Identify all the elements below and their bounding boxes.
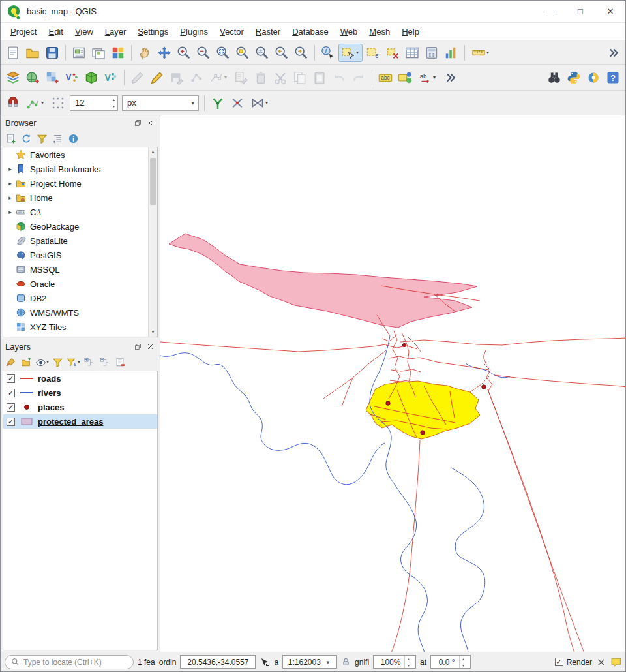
redo-icon[interactable] [350, 69, 368, 87]
toolbar-overflow-icon[interactable] [441, 69, 459, 87]
python-console-icon[interactable] [565, 69, 583, 87]
enable-snapping-icon[interactable] [4, 94, 22, 112]
snapping-tolerance-spinbox-arrows[interactable]: ▴▾ [110, 96, 117, 110]
save-project-icon[interactable] [43, 44, 61, 62]
layer-row-places[interactable]: ✓places [3, 400, 157, 414]
zoom-to-selection-icon[interactable] [233, 44, 252, 62]
layer-labeling-icon[interactable]: abc [376, 69, 395, 87]
zoom-to-layer-icon[interactable] [253, 44, 271, 62]
add-raster-layer-icon[interactable] [43, 69, 61, 87]
copy-features-icon[interactable] [291, 69, 309, 87]
menu-plugins[interactable]: Plugins [174, 24, 214, 39]
collapse-all-icon[interactable] [98, 356, 112, 369]
menu-mesh[interactable]: Mesh [363, 24, 396, 39]
snapping-units-combo[interactable]: px▾ [122, 95, 199, 111]
layers-close-icon[interactable] [145, 342, 155, 352]
menu-settings[interactable]: Settings [132, 24, 174, 39]
scale-dropdown-icon[interactable]: ▾ [323, 659, 334, 665]
new-geopackage-layer-icon[interactable] [82, 69, 100, 87]
expand-all-icon[interactable] [82, 356, 96, 369]
browser-float-icon[interactable] [133, 118, 143, 128]
browser-item-oracle[interactable]: Oracle [3, 277, 157, 291]
current-edits-icon[interactable] [128, 69, 147, 87]
zoom-out-icon[interactable] [194, 44, 213, 62]
layer-visibility-checkbox[interactable]: ✓ [7, 374, 15, 383]
new-print-layout-icon[interactable] [70, 44, 88, 62]
deselect-features-icon[interactable] [383, 44, 402, 62]
scale-combo[interactable]: 1:162003 ▾ [282, 655, 337, 669]
add-vector-layer-icon[interactable] [23, 69, 42, 87]
browser-item-postgis[interactable]: PostGIS [3, 248, 157, 262]
browser-filter-icon[interactable] [35, 132, 49, 145]
menu-layer[interactable]: Layer [99, 24, 132, 39]
browser-properties-icon[interactable] [67, 132, 80, 145]
remove-layer-icon[interactable] [113, 356, 127, 369]
zoom-in-icon[interactable] [175, 44, 193, 62]
browser-close-icon[interactable] [145, 118, 155, 128]
open-attribute-table-icon[interactable] [403, 44, 421, 62]
layer-visibility-checkbox[interactable]: ✓ [7, 418, 15, 426]
browser-item-geopackage[interactable]: GeoPackage [3, 219, 157, 234]
toggle-extents-icon[interactable] [260, 657, 270, 667]
browser-scrollbar[interactable]: ▲ ▼ [148, 147, 157, 337]
render-checkbox[interactable]: ✓ Render [555, 658, 592, 667]
browser-item-wms-wmts[interactable]: WMS/WMTS [3, 305, 157, 320]
filter-expression-icon[interactable]: ε▾ [67, 356, 80, 369]
scroll-down-icon[interactable]: ▼ [151, 328, 155, 337]
filter-legend-icon[interactable] [51, 356, 65, 369]
expand-arrow-icon[interactable]: ▸ [6, 209, 14, 215]
scroll-up-icon[interactable]: ▲ [151, 147, 155, 157]
toolbar-overflow-icon[interactable] [604, 44, 622, 62]
magnifier-spin-arrows[interactable]: ▴▾ [404, 656, 412, 668]
menu-edit[interactable]: Edit [42, 24, 68, 39]
menu-database[interactable]: Database [286, 24, 335, 39]
modify-attributes-icon[interactable] [232, 69, 250, 87]
snapping-mode-icon[interactable]: ▾ [23, 94, 48, 112]
rotation-spinbox[interactable]: 0.0 ° ▴▾ [430, 655, 471, 669]
map-themes-icon[interactable]: ▾ [35, 356, 49, 369]
browser-collapse-all-icon[interactable] [51, 132, 65, 145]
expand-arrow-icon[interactable]: ▸ [6, 194, 14, 201]
browser-item-home[interactable]: ▸Home [3, 191, 157, 205]
expand-arrow-icon[interactable]: ▸ [6, 180, 14, 187]
browser-item-c[interactable]: ▸C:\ [3, 205, 157, 219]
search-plugin-icon[interactable] [545, 69, 563, 87]
vertex-tool-icon[interactable]: ▾ [207, 69, 231, 87]
browser-item-xyz-tiles[interactable]: XYZ Tiles [3, 320, 157, 334]
layer-labeling-options-icon[interactable] [396, 69, 414, 87]
menu-help[interactable]: Help [396, 24, 425, 39]
browser-item-project-home[interactable]: ▸Project Home [3, 176, 157, 191]
zoom-full-icon[interactable] [214, 44, 232, 62]
browser-refresh-icon[interactable] [20, 132, 33, 145]
zoom-next-icon[interactable] [292, 44, 310, 62]
scroll-thumb[interactable] [150, 158, 156, 205]
lock-scale-icon[interactable] [341, 657, 351, 667]
statistical-summary-icon[interactable] [442, 44, 460, 62]
select-features-button[interactable]: ▾ [338, 44, 363, 62]
new-shapefile-layer-icon[interactable]: V [63, 69, 81, 87]
browser-item-spatial-bookmarks[interactable]: ▸Spatial Bookmarks [3, 162, 157, 176]
layer-row-roads[interactable]: ✓roads [3, 371, 157, 386]
close-button[interactable]: ✕ [595, 1, 625, 22]
stop-rendering-icon[interactable] [597, 658, 606, 667]
menu-vector[interactable]: Vector [214, 24, 250, 39]
new-project-icon[interactable] [4, 44, 22, 62]
layer-visibility-checkbox[interactable]: ✓ [7, 389, 15, 397]
snapping-intersection-icon[interactable] [228, 94, 246, 112]
pan-to-selection-icon[interactable] [155, 44, 173, 62]
rotation-spin-arrows[interactable]: ▴▾ [459, 656, 467, 668]
layer-row-rivers[interactable]: ✓rivers [3, 386, 157, 400]
magnifier-spinbox[interactable]: 100% ▴▾ [373, 655, 416, 669]
move-label-icon[interactable]: ab▾ [415, 69, 440, 87]
toggle-editing-icon[interactable] [148, 69, 166, 87]
undo-icon[interactable] [330, 69, 348, 87]
layer-visibility-checkbox[interactable]: ✓ [7, 403, 15, 412]
snapping-type-icon[interactable] [49, 94, 67, 112]
expand-arrow-icon[interactable]: ▸ [6, 166, 14, 172]
menu-raster[interactable]: Raster [250, 24, 286, 39]
save-layer-edits-icon[interactable] [168, 69, 186, 87]
help-icon[interactable]: ? [604, 69, 622, 87]
layer-row-protected-areas[interactable]: ✓protected_areas [3, 414, 157, 429]
add-group-icon[interactable] [20, 356, 33, 369]
field-calculator-icon[interactable] [423, 44, 441, 62]
